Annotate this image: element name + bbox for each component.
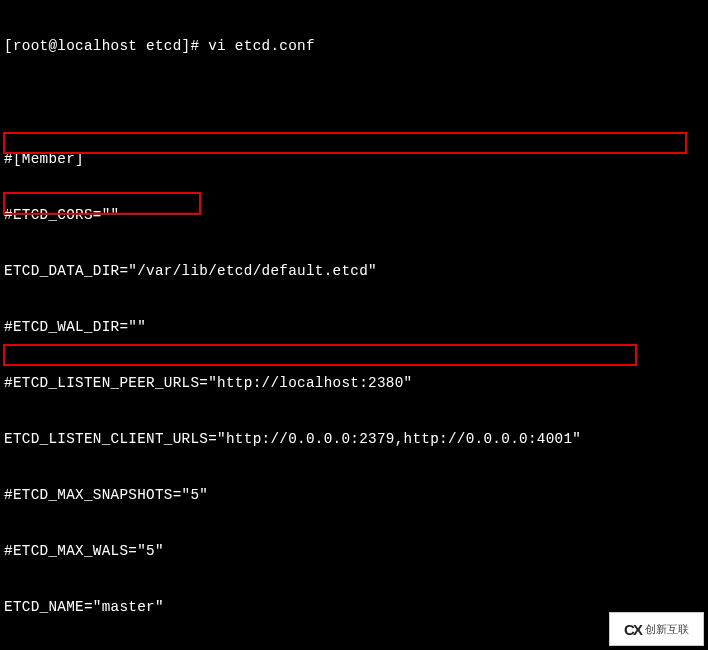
terminal-output: [root@localhost etcd]# vi etcd.conf #[Me… [0,0,708,650]
terminal-line: ETCD_NAME="master" [4,598,704,617]
terminal-line: #[Member] [4,150,704,169]
terminal-line: #ETCD_WAL_DIR="" [4,318,704,337]
terminal-line: #ETCD_CORS="" [4,206,704,225]
terminal-line: #ETCD_LISTEN_PEER_URLS="http://localhost… [4,374,704,393]
terminal-line: ETCD_LISTEN_CLIENT_URLS="http://0.0.0.0:… [4,430,704,449]
watermark-glyph: CX [624,621,641,638]
terminal-line: [root@localhost etcd]# vi etcd.conf [4,37,704,56]
terminal-line [4,94,704,113]
terminal-line: ETCD_DATA_DIR="/var/lib/etcd/default.etc… [4,262,704,281]
watermark-badge: CX 创新互联 [609,612,704,646]
terminal-line: #ETCD_MAX_SNAPSHOTS="5" [4,486,704,505]
terminal-line: #ETCD_MAX_WALS="5" [4,542,704,561]
watermark-text: 创新互联 [645,622,689,637]
